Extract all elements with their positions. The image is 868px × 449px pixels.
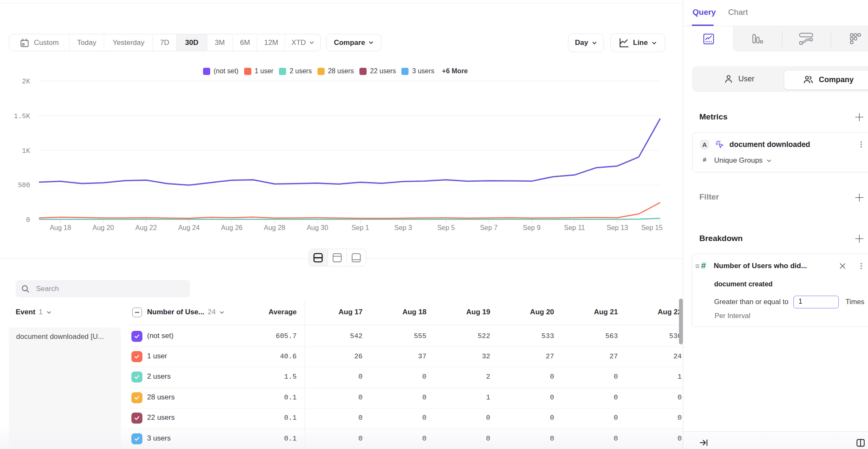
svg-text:Aug 18: Aug 18: [50, 224, 71, 231]
svg-text:Sep 9: Sep 9: [523, 224, 540, 231]
svg-text:Sep 7: Sep 7: [480, 224, 498, 231]
svg-text:1.5K: 1.5K: [14, 113, 31, 120]
svg-text:2K: 2K: [22, 78, 31, 86]
svg-text:Sep 5: Sep 5: [437, 224, 455, 231]
svg-text:Aug 28: Aug 28: [264, 224, 286, 231]
svg-text:Aug 22: Aug 22: [135, 224, 157, 231]
svg-text:Sep 3: Sep 3: [394, 224, 412, 231]
svg-text:Aug 26: Aug 26: [221, 224, 243, 231]
svg-text:Aug 30: Aug 30: [307, 224, 328, 231]
svg-text:Sep 13: Sep 13: [606, 224, 628, 231]
svg-text:Sep 1: Sep 1: [351, 224, 369, 231]
svg-text:Aug 20: Aug 20: [92, 224, 114, 231]
svg-text:Sep 11: Sep 11: [564, 224, 585, 231]
svg-text:Sep 15: Sep 15: [641, 224, 663, 231]
svg-text:0: 0: [26, 216, 30, 224]
svg-text:Aug 24: Aug 24: [178, 224, 200, 231]
svg-text:1K: 1K: [22, 147, 31, 155]
svg-text:500: 500: [18, 182, 30, 189]
